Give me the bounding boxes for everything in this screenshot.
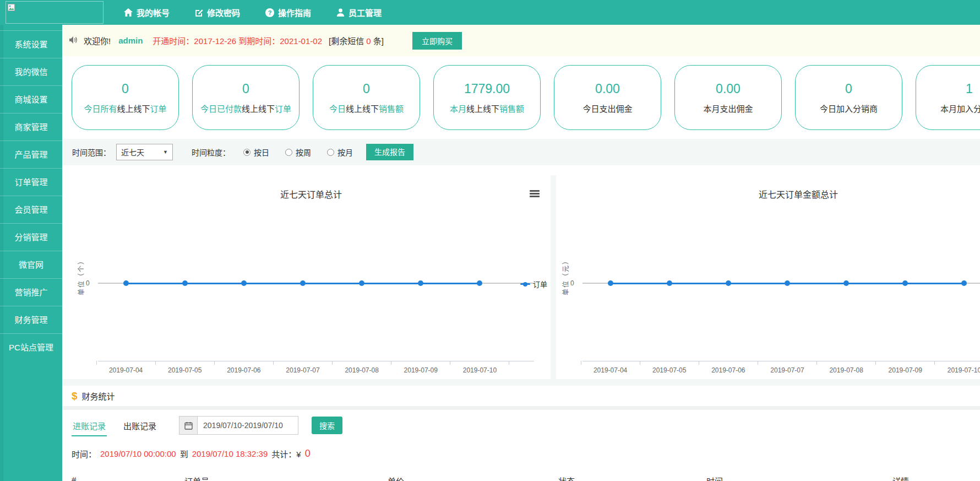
granularity-radio[interactable]: 按日 bbox=[243, 147, 269, 158]
top-bar: 我的帐号修改密码?操作指南员工管理 bbox=[0, 0, 980, 25]
sidebar-item[interactable]: 财务管理 bbox=[0, 306, 62, 333]
stat-card-label: 本月加入分销商 bbox=[940, 102, 980, 114]
data-point bbox=[359, 280, 364, 286]
radio-label: 按日 bbox=[254, 147, 269, 158]
welcome-greeting: 欢迎你! bbox=[84, 35, 111, 46]
welcome-username: admin bbox=[118, 36, 143, 45]
topbar-nav-item[interactable]: 我的帐号 bbox=[124, 7, 170, 18]
date-range-input[interactable] bbox=[198, 416, 298, 435]
sidebar-item[interactable]: 商家管理 bbox=[0, 113, 62, 140]
search-button[interactable]: 搜索 bbox=[312, 417, 342, 434]
nav-item-label: 员工管理 bbox=[349, 7, 382, 18]
sidebar-item[interactable]: 订单管理 bbox=[0, 168, 62, 196]
sidebar-item[interactable]: 会员管理 bbox=[0, 196, 62, 223]
sidebar-item[interactable]: 系统设置 bbox=[0, 30, 62, 58]
nav-item-label: 操作指南 bbox=[278, 7, 311, 18]
radio-circle-icon bbox=[327, 149, 334, 156]
time-range-label: 时间范围： bbox=[72, 147, 111, 158]
stat-card-value: 0 bbox=[122, 82, 129, 96]
table-column-header: 单价 bbox=[388, 475, 404, 481]
nav-item-label: 修改密码 bbox=[207, 7, 240, 18]
finance-section-title: 财务统计 bbox=[82, 390, 115, 402]
logo-image-placeholder bbox=[6, 1, 104, 24]
sidebar-item[interactable]: 我的微信 bbox=[0, 58, 62, 85]
spacer bbox=[551, 175, 556, 379]
sidebar-item[interactable]: 营销推广 bbox=[0, 278, 62, 306]
granularity-radio[interactable]: 按月 bbox=[327, 147, 353, 158]
edit-icon bbox=[195, 8, 203, 17]
main-content: 欢迎你! admin 开通时间：2017-12-26 到期时间：2021-01-… bbox=[62, 25, 980, 481]
topbar-nav-item[interactable]: 员工管理 bbox=[336, 7, 382, 18]
stat-card: 0今日线上线下销售额 bbox=[313, 65, 420, 130]
menu-icon[interactable] bbox=[530, 190, 540, 198]
data-point bbox=[785, 280, 790, 286]
y-axis-label: 单位（个） bbox=[76, 257, 85, 295]
topbar-nav-item[interactable]: 修改密码 bbox=[195, 7, 240, 18]
x-axis-tick-label: 2019-07-04 bbox=[581, 366, 640, 374]
summary-to: 到 bbox=[180, 448, 188, 460]
x-axis-tick-label: 2019-07-05 bbox=[640, 366, 699, 374]
chart-title: 近七天订单金额总计 bbox=[556, 187, 980, 201]
x-axis-tick-label: 2019-07-08 bbox=[817, 366, 876, 374]
summary-label: 时间： bbox=[72, 448, 96, 460]
stat-card: 0.00今日支出佣金 bbox=[554, 65, 661, 130]
home-icon bbox=[124, 8, 133, 17]
sidebar-item[interactable]: 分销管理 bbox=[0, 223, 62, 251]
stat-card: 0今日加入分销商 bbox=[795, 65, 902, 130]
table-column-header: 订单号 bbox=[184, 475, 209, 481]
sidebar-item[interactable]: 商城设置 bbox=[0, 85, 62, 113]
data-point bbox=[241, 280, 247, 286]
x-axis-tick-label: 2019-07-06 bbox=[214, 366, 273, 374]
table-column-header: 时间 bbox=[706, 475, 723, 481]
table-column-header: 状态 bbox=[558, 475, 575, 481]
x-axis-tick-label: 2019-07-04 bbox=[96, 366, 155, 374]
chart-legend[interactable]: 订单 bbox=[520, 279, 547, 289]
legend-marker-icon bbox=[520, 283, 530, 285]
data-point bbox=[667, 280, 672, 286]
data-point bbox=[182, 280, 188, 286]
finance-tab[interactable]: 出账记录 bbox=[122, 415, 157, 436]
stat-card-label: 今日所有线上线下订单 bbox=[84, 102, 166, 114]
radio-label: 按月 bbox=[337, 147, 353, 158]
date-range-group bbox=[179, 416, 298, 435]
radio-circle-icon bbox=[243, 149, 251, 156]
stat-card-value: 1779.00 bbox=[464, 82, 510, 96]
data-point bbox=[477, 280, 482, 286]
sidebar-item[interactable]: PC站点管理 bbox=[0, 333, 62, 361]
svg-text:?: ? bbox=[268, 9, 272, 16]
x-axis-labels: 2019-07-042019-07-052019-07-062019-07-07… bbox=[96, 366, 509, 374]
time-range-select[interactable]: 近七天 ▼ bbox=[116, 144, 173, 160]
data-point bbox=[418, 280, 423, 286]
x-axis-tick-label: 2019-07-08 bbox=[333, 366, 391, 374]
records-table-header: #订单号单价状态时间详情 bbox=[62, 474, 980, 481]
x-axis-tick-label: 2019-07-06 bbox=[699, 366, 758, 374]
x-axis-tick-label: 2019-07-05 bbox=[155, 366, 214, 374]
stat-card-label: 今日加入分销商 bbox=[820, 102, 878, 114]
generate-report-button[interactable]: 生成报告 bbox=[366, 144, 413, 160]
topbar-nav-item[interactable]: ?操作指南 bbox=[265, 7, 311, 18]
stat-card-value: 0 bbox=[242, 82, 249, 96]
stat-card: 0今日已付款线上线下订单 bbox=[192, 65, 300, 130]
buy-now-button[interactable]: 立即购买 bbox=[412, 32, 462, 50]
finance-section-header: $ 财务统计 bbox=[62, 386, 980, 406]
radio-label: 按周 bbox=[296, 147, 311, 158]
sidebar-item[interactable]: 微官网 bbox=[0, 251, 62, 278]
radio-circle-icon bbox=[285, 149, 292, 156]
x-axis-tick-label: 2019-07-10 bbox=[935, 366, 980, 374]
y-axis-tick: 0 bbox=[86, 279, 90, 287]
legend-label: 订单 bbox=[533, 279, 547, 289]
tabs-slot: 进账记录出账记录 bbox=[72, 415, 173, 436]
sidebar-item[interactable]: 产品管理 bbox=[0, 140, 62, 168]
charts-row: 近七天订单总计单位（个）02019-07-042019-07-052019-07… bbox=[62, 175, 980, 379]
spacer bbox=[62, 406, 980, 410]
table-column-header: 详情 bbox=[892, 475, 909, 481]
stat-card-value: 0 bbox=[845, 82, 852, 96]
spacer bbox=[62, 379, 980, 386]
table-column-header: # bbox=[72, 475, 76, 481]
finance-tab[interactable]: 进账记录 bbox=[72, 415, 107, 436]
granularity-radio[interactable]: 按周 bbox=[285, 147, 311, 158]
chart-title: 近七天订单总计 bbox=[72, 187, 551, 201]
y-axis-tick: 0 bbox=[570, 279, 574, 287]
calendar-icon[interactable] bbox=[179, 416, 198, 435]
stat-card: 1779.00本月线上线下销售额 bbox=[433, 65, 541, 130]
